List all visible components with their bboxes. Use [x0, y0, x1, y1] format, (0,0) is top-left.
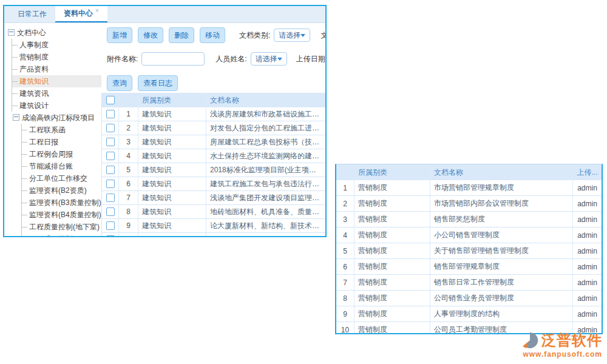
row-doc-name: 销售部管理规章制度: [430, 259, 572, 274]
row-checkbox[interactable]: [106, 221, 115, 230]
tree-root-document-center[interactable]: 文档中心: [4, 27, 101, 39]
person-name-select[interactable]: 请选择: [251, 52, 287, 66]
table-row[interactable]: 1 营销制度 市场营销部管理规章制度 admin: [336, 180, 602, 196]
tree-item[interactable]: 工程联系函: [22, 124, 101, 136]
table-row[interactable]: 8 建筑知识 地砖地面材料、机具准备、质量要求及...: [102, 205, 325, 219]
table-row[interactable]: 6 营销制度 销售部管理规章制度 admin: [336, 259, 602, 275]
row-check-cell: [102, 135, 119, 149]
toolbar: 新增修改删除移动 文档类别: 请选择 文档名称:: [107, 27, 325, 43]
tree-item-label: 工程例会周报: [29, 150, 73, 158]
tree-item[interactable]: 分工单位工作移交: [22, 172, 101, 184]
tab-data-center[interactable]: 资料中心 ×: [55, 6, 107, 22]
collapse-icon[interactable]: [13, 114, 19, 121]
doc-category-value: 请选择: [279, 30, 300, 41]
attachment-name-label: 附件名称:: [107, 54, 138, 64]
select-all-checkbox[interactable]: [106, 96, 115, 104]
row-index: 1: [336, 180, 354, 195]
row-category: 营销制度: [354, 322, 430, 334]
toolbar-button[interactable]: 移动: [200, 27, 225, 43]
tree-item[interactable]: 工程质量控制: [22, 233, 101, 237]
row-index: 8: [336, 291, 354, 306]
uploader-column-header: 上传...: [572, 164, 602, 180]
tree-item[interactable]: 人事制度: [12, 39, 101, 51]
row-uploader: admin: [572, 259, 602, 274]
row-checkbox[interactable]: [106, 235, 115, 237]
tree-item[interactable]: 产品资料: [12, 63, 101, 75]
tree-item[interactable]: 建筑资讯: [12, 87, 101, 99]
row-category: 营销制度: [354, 196, 430, 211]
table-row[interactable]: 6 建筑知识 建筑工程施工发包与承包违法行为认定...: [102, 177, 325, 191]
row-checkbox[interactable]: [106, 152, 115, 160]
row-check-cell: [102, 205, 119, 218]
query-button[interactable]: 查询: [107, 75, 132, 91]
row-checkbox[interactable]: [106, 194, 115, 202]
row-category: 建筑知识: [138, 135, 206, 149]
chevron-down-icon: [277, 58, 282, 61]
row-checkbox[interactable]: [106, 124, 115, 132]
row-index: 7: [336, 275, 354, 290]
category-column-header: 所属别类: [138, 93, 206, 107]
table-row[interactable]: 7 营销制度 销售部日常工作管理制度 admin: [336, 275, 602, 291]
tree-item[interactable]: 工程质量控制(地下室): [22, 221, 101, 233]
tree-item-label: 建筑设计: [19, 101, 49, 110]
table-row[interactable]: 8 营销制度 公司销售业务员管理制度 admin: [336, 291, 602, 306]
index-column-header: [336, 164, 354, 180]
table-row[interactable]: 10 建筑知识 大厦地下室加气砼墙砌筑工程的施工方...: [102, 233, 325, 237]
table-row[interactable]: 5 营销制度 关于销售部管理销售管理制度 admin: [336, 243, 602, 259]
tab-daily-work[interactable]: 日常工作: [9, 6, 55, 22]
row-index: 6: [336, 259, 354, 274]
tree-item[interactable]: 监理资料(B2资质): [22, 184, 101, 197]
chevron-down-icon: [300, 34, 305, 37]
row-checkbox[interactable]: [106, 110, 115, 118]
tree-item[interactable]: 工程例会周报: [22, 148, 101, 160]
marketing-table-body: 1 营销制度 市场营销部管理规章制度 admin 2 营销制度 市场营销部内部会…: [336, 180, 602, 334]
toolbar-button[interactable]: 新增: [107, 27, 132, 43]
tree-item[interactable]: 监理资料(B4质量控制): [22, 209, 101, 221]
table-row[interactable]: 2 营销制度 市场营销部内部会议管理制度 admin: [336, 196, 602, 212]
category-tree: 文档中心 人事制度营销制度产品资料建筑知识建筑资讯建筑设计 成渝高铁内江标段项目…: [4, 23, 101, 237]
row-category: 建筑知识: [138, 219, 206, 232]
table-row[interactable]: 5 建筑知识 2018标准化监理项目部(业主项目部)人员...: [102, 163, 325, 177]
row-uploader: admin: [572, 196, 602, 211]
tree-item[interactable]: 工程日报: [22, 136, 101, 148]
row-index: 9: [119, 219, 138, 232]
tab-close-icon[interactable]: ×: [95, 7, 99, 14]
row-uploader: admin: [572, 212, 602, 227]
row-doc-name: 浅谈房屋建筑和市政基础设施工程施工...: [206, 107, 325, 121]
attachment-name-input[interactable]: [141, 52, 205, 66]
view-log-button[interactable]: 查看日志: [138, 75, 178, 91]
table-row[interactable]: 3 营销制度 销售部奖惩制度 admin: [336, 212, 602, 228]
table-row[interactable]: 4 建筑知识 水土保持生态环境监测网络的建设与资...: [102, 149, 325, 163]
row-checkbox[interactable]: [106, 138, 115, 146]
table-row[interactable]: 9 营销制度 人事管理制度的结构 admin: [336, 306, 602, 322]
table-row[interactable]: 1 建筑知识 浅谈房屋建筑和市政基础设施工程施工...: [102, 107, 325, 121]
category-column-header: 所属别类: [354, 164, 430, 180]
table-row[interactable]: 7 建筑知识 浅谈地产集团开发建设项目监理规划编...: [102, 191, 325, 205]
doc-category-select[interactable]: 请选择: [274, 29, 310, 42]
table-row[interactable]: 2 建筑知识 对发包人指定分包的工程施工进度安排...: [102, 121, 325, 135]
table-row[interactable]: 4 营销制度 小公司销售管理制度 admin: [336, 228, 602, 243]
table-row[interactable]: 9 建筑知识 论大厦新材料、新结构、新技术，新工...: [102, 219, 325, 233]
toolbar-button[interactable]: 修改: [138, 27, 163, 43]
tree-item[interactable]: 节能减排台账: [22, 160, 101, 172]
tree-root-project[interactable]: 成渝高铁内江标段项目: [13, 112, 101, 124]
row-category: 营销制度: [354, 243, 430, 258]
select-all-cell: [102, 93, 119, 107]
tree-item[interactable]: 建筑设计: [12, 99, 101, 112]
tree-item-label: 分工单位工作移交: [29, 174, 87, 183]
table-row[interactable]: 3 建筑知识 房屋建筑工程总承包投标书（技术标）...: [102, 135, 325, 149]
tree-item[interactable]: 营销制度: [12, 51, 101, 63]
tree-item[interactable]: 监理资料(B3质量控制): [22, 197, 101, 209]
tree-item[interactable]: 建筑知识: [12, 75, 101, 87]
toolbar-button[interactable]: 删除: [169, 27, 194, 43]
row-checkbox[interactable]: [106, 166, 115, 174]
row-index: 4: [336, 228, 354, 243]
row-doc-name: 水土保持生态环境监测网络的建设与资...: [206, 149, 325, 163]
row-category: 建筑知识: [138, 191, 206, 204]
name-column-header: 文档名称: [430, 164, 572, 180]
collapse-icon[interactable]: [8, 29, 15, 36]
row-checkbox[interactable]: [106, 207, 115, 216]
tree-item-label: 监理资料(B4质量控制): [29, 211, 101, 219]
row-checkbox[interactable]: [106, 180, 115, 188]
tree-item-label: 建筑资讯: [19, 89, 49, 98]
